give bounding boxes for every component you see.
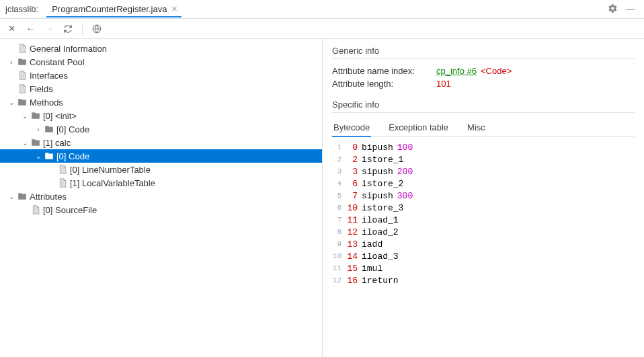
bytecode-row: 610 istore_3 [332,202,635,214]
tree-row[interactable]: ⌄[0] Code [0,149,322,163]
close-icon[interactable]: ✕ [171,5,177,13]
gear-icon[interactable] [604,3,622,15]
bytecode-row: 913 iadd [332,238,635,250]
tab-exception-table[interactable]: Exception table [387,120,450,136]
folder-icon [16,57,28,67]
bytecode-row: 46 istore_2 [332,177,635,190]
tree-row[interactable]: [0] SourceFile [0,203,322,216]
tree-row[interactable]: General Information [0,42,322,55]
bc-pc: 0 [347,143,362,153]
tree-row[interactable]: Fields [0,82,322,95]
bytecode-listing: 10 bipush10022 istore_133 sipush20046 is… [332,141,635,286]
close-button[interactable]: ✕ [5,23,17,35]
bc-line-number: 11 [332,264,347,272]
app-name: jclasslib: [5,4,46,14]
chevron-down-icon[interactable]: ⌄ [20,112,30,120]
bc-line-number: 5 [332,192,347,200]
folder-icon [16,192,28,201]
refresh-button[interactable] [62,23,74,35]
tree-row[interactable]: ⌄[0] <init> [0,109,322,122]
specific-info-title: Specific info [332,100,635,110]
chevron-down-icon[interactable]: ⌄ [7,193,16,200]
bc-line-number: 1 [332,143,347,151]
tree-label: Methods [28,97,63,108]
bc-opcode: ireturn [362,276,399,286]
file-icon [16,84,28,93]
detail-tabs: BytecodeException tableMisc [332,120,635,137]
chevron-down-icon[interactable]: ⌄ [20,139,30,147]
minimize-icon[interactable]: — [622,4,639,14]
main-area: General Information›Constant PoolInterfa… [0,39,644,357]
bc-line-number: 3 [332,167,347,175]
tree-row[interactable]: [1] LocalVariableTable [0,176,322,190]
bc-opcode: sipush [362,167,393,177]
bc-opcode: iload_2 [362,227,399,237]
bc-pc: 16 [347,276,362,286]
chevron-down-icon[interactable]: ⌄ [7,99,16,106]
folder-icon [16,97,28,107]
back-button[interactable]: ← [24,23,36,35]
bc-line-number: 9 [332,240,347,248]
bc-line-number: 6 [332,204,347,212]
tree-row[interactable]: ›Constant Pool [0,55,322,69]
tab-bytecode[interactable]: Bytecode [332,120,371,136]
tree-label: General Information [28,44,107,54]
chevron-right-icon[interactable]: › [34,126,43,133]
chevron-down-icon[interactable]: ⌄ [34,153,43,160]
tree-label: [0] LineNumberTable [69,165,151,175]
attr-length-label: Attribute length: [332,79,436,89]
file-icon [16,44,28,53]
tree-label: [0] Code [55,151,89,161]
bc-opcode: imul [362,264,383,274]
tree-row[interactable]: ⌄[1] calc [0,136,322,149]
bc-line-number: 7 [332,216,347,224]
tree-row[interactable]: ⌄Methods [0,95,322,109]
bc-opcode: iload_1 [362,215,399,225]
tree-label: [0] <init> [42,111,77,121]
bc-opcode: istore_1 [362,155,403,165]
attr-name-link[interactable]: cp_info #6 [436,66,477,76]
tree-row[interactable]: [0] LineNumberTable [0,163,322,176]
bc-line-number: 2 [332,155,347,163]
bytecode-row: 1115 imul [332,262,635,274]
file-icon [30,205,42,214]
tree-label: [0] SourceFile [42,205,97,215]
tree-row[interactable]: ⌄Attributes [0,190,322,203]
titlebar: jclasslib: ProgramCounterRegister.java ✕… [0,0,644,19]
bc-pc: 15 [347,264,362,274]
bc-arg: 200 [393,167,413,177]
bc-opcode: istore_2 [362,179,403,189]
tree-label: Fields [28,84,53,94]
bc-pc: 3 [347,167,362,177]
bc-line-number: 10 [332,252,347,260]
tab-misc[interactable]: Misc [466,120,487,136]
file-tab[interactable]: ProgramCounterRegister.java ✕ [46,1,182,17]
bc-line-number: 4 [332,180,347,188]
bc-pc: 6 [347,179,362,189]
detail-panel: Generic info Attribute name index: cp_in… [323,39,644,357]
bc-pc: 11 [347,215,362,225]
chevron-right-icon[interactable]: › [7,58,16,66]
bytecode-row: 711 iload_1 [332,214,635,226]
bc-opcode: iadd [362,239,383,249]
browser-button[interactable] [91,23,103,35]
bc-pc: 13 [347,239,362,249]
attr-length-row: Attribute length: 101 [332,79,635,89]
tree-panel: General Information›Constant PoolInterfa… [0,39,323,357]
toolbar: ✕ ← → [0,19,644,39]
bytecode-row: 812 iload_2 [332,226,635,238]
bytecode-row: 1014 iload_3 [332,250,635,262]
bc-arg: 100 [393,143,413,153]
bytecode-row: 22 istore_1 [332,153,635,165]
tree-row[interactable]: ›[0] Code [0,122,322,136]
bc-opcode: bipush [362,143,393,153]
tree-row[interactable]: Interfaces [0,69,322,82]
tree-label: Interfaces [28,71,68,81]
bytecode-row: 33 sipush200 [332,165,635,177]
forward-button[interactable]: → [43,23,55,35]
bc-pc: 12 [347,227,362,237]
bc-pc: 7 [347,191,362,201]
bc-opcode: sipush [362,191,393,201]
bc-opcode: iload_3 [362,251,399,262]
folder-icon [43,124,55,134]
